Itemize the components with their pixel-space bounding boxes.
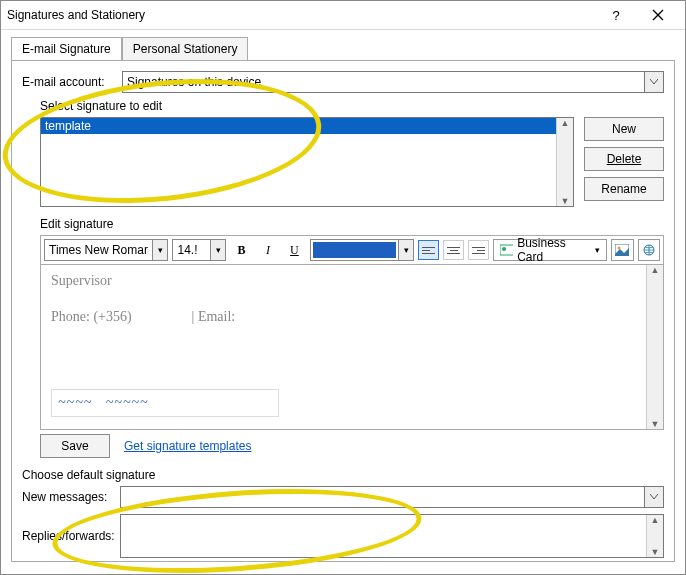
format-toolbar: Times New Romar▾ 14.!▾ B I U ▾ Business … [40,235,664,265]
replies-forwards-row: Replies/forwards: ▲▼ [22,514,664,558]
scrollbar[interactable]: ▲▼ [646,265,663,429]
underline-button[interactable]: U [283,239,306,261]
select-signature-label: Select signature to edit [40,99,664,113]
save-button[interactable]: Save [40,434,110,458]
tab-email-signature[interactable]: E-mail Signature [11,37,122,61]
tab-personal-stationery[interactable]: Personal Stationery [122,37,249,61]
scrollbar[interactable]: ▲▼ [646,515,663,557]
signature-list-area: template ▲▼ New Delete Rename [40,117,664,207]
card-icon [500,244,513,256]
color-swatch [313,242,396,258]
svg-rect-0 [500,245,513,255]
tab-label: E-mail Signature [22,42,111,56]
size-value: 14.! [177,243,197,257]
font-color-select[interactable]: ▾ [310,239,414,261]
signature-buttons: New Delete Rename [584,117,664,207]
help-button[interactable]: ? [595,0,637,30]
editor-line: Supervisor [51,273,653,289]
button-label: Business Card [517,236,589,264]
tab-panel: E-mail account: Signatures on this devic… [11,60,675,562]
email-account-label: E-mail account: [22,75,122,89]
email-account-value: Signatures on this device [127,75,261,89]
align-left-button[interactable] [418,240,439,260]
list-item[interactable]: template [41,118,573,134]
chevron-down-icon [644,72,663,92]
bold-button[interactable]: B [230,239,253,261]
delete-button[interactable]: Delete [584,147,664,171]
get-templates-link[interactable]: Get signature templates [124,439,251,453]
save-row: Save Get signature templates [40,434,664,458]
chevron-down-icon: ▾ [595,245,600,255]
business-card-button[interactable]: Business Card ▾ [493,239,607,261]
dialog-title: Signatures and Stationery [7,8,595,22]
signatures-dialog: Signatures and Stationery ? E-mail Signa… [0,0,686,575]
button-label: Rename [601,182,646,196]
new-messages-select[interactable] [120,486,664,508]
chevron-down-icon: ▾ [210,240,225,260]
new-messages-row: New messages: [22,486,664,508]
align-right-button[interactable] [468,240,489,260]
new-messages-label: New messages: [22,490,120,504]
editor-phone: Phone: (+356) [51,309,132,324]
button-label: New [612,122,636,136]
signature-list[interactable]: template ▲▼ [40,117,574,207]
scrollbar[interactable]: ▲▼ [556,118,573,206]
rename-button[interactable]: Rename [584,177,664,201]
font-size-select[interactable]: 14.!▾ [172,239,226,261]
choose-default-label: Choose default signature [22,468,664,482]
font-value: Times New Romar [49,243,148,257]
button-label: Delete [607,152,642,166]
chevron-down-icon: ▾ [152,240,167,260]
font-select[interactable]: Times New Romar▾ [44,239,168,261]
signature-image: ~~~~ ~~~~~ [51,389,279,417]
insert-hyperlink-button[interactable] [638,239,661,261]
tab-label: Personal Stationery [133,42,238,56]
insert-picture-button[interactable] [611,239,634,261]
align-center-button[interactable] [443,240,464,260]
italic-button[interactable]: I [257,239,280,261]
new-button[interactable]: New [584,117,664,141]
email-account-select[interactable]: Signatures on this device [122,71,664,93]
svg-point-1 [502,247,506,251]
chevron-down-icon: ▾ [398,240,413,260]
signature-editor[interactable]: Supervisor Phone: (+356)| Email: ~~~~ ~~… [40,265,664,430]
replies-forwards-label: Replies/forwards: [22,529,120,543]
tab-strip: E-mail Signature Personal Stationery [11,36,685,60]
editor-email: | Email: [192,309,236,324]
edit-signature-label: Edit signature [40,217,664,231]
close-button[interactable] [637,0,679,30]
replies-forwards-select[interactable]: ▲▼ [120,514,664,558]
chevron-down-icon [644,487,663,507]
email-account-row: E-mail account: Signatures on this devic… [22,71,664,93]
button-label: Save [61,439,88,453]
titlebar: Signatures and Stationery ? [1,1,685,30]
